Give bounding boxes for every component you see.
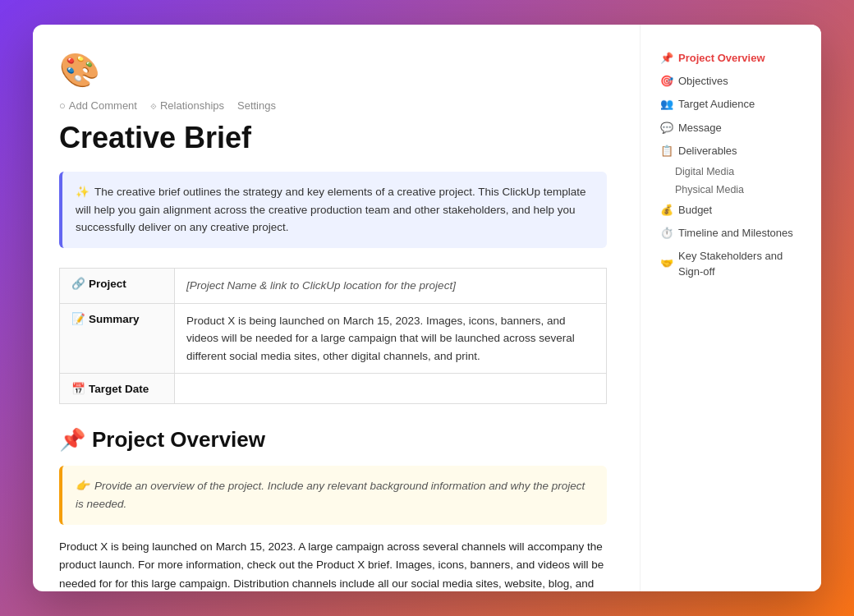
sidebar-item-project-overview[interactable]: 📌Project Overview <box>655 48 806 69</box>
nav-icon-9: 🤝 <box>660 256 673 271</box>
relationships-button[interactable]: ⟐ Relationships <box>150 99 224 112</box>
add-comment-button[interactable]: ○ Add Comment <box>59 99 137 112</box>
overview-body: Product X is being launched on March 15,… <box>59 538 607 591</box>
sidebar-item-key-stakeholders-and-sign-off[interactable]: 🤝Key Stakeholders and Sign-off <box>655 246 806 282</box>
project-info-table: 🔗Project[Project Name & link to ClickUp … <box>59 268 607 404</box>
sidebar-item-deliverables[interactable]: 📋Deliverables <box>655 140 806 162</box>
content-area: 🎨 ○ Add Comment ⟐ Relationships Settings… <box>33 25 640 591</box>
sidebar-item-timeline-and-milestones[interactable]: ⏱️Timeline and Milestones <box>655 223 806 244</box>
nav-item-label: Message <box>678 121 722 136</box>
relationships-label: Relationships <box>160 99 224 112</box>
point-icon: 👉 <box>76 480 90 492</box>
nav-icon-1: 🎯 <box>660 74 673 89</box>
project-overview-heading-text: Project Overview <box>92 427 265 453</box>
intro-callout-text: The creative brief outlines the strategy… <box>76 186 586 233</box>
sidebar-item-target-audience[interactable]: 👥Target Audience <box>655 94 806 115</box>
row-icon: 📅 <box>71 383 85 395</box>
nav-item-label: Budget <box>678 203 712 218</box>
sidebar-item-budget[interactable]: 💰Budget <box>655 200 806 221</box>
nav-icon-0: 📌 <box>660 51 673 66</box>
relationships-icon: ⟐ <box>150 99 157 112</box>
overview-callout: 👉Provide an overview of the project. Inc… <box>59 466 607 524</box>
table-row-value: Product X is being launched on March 15,… <box>175 303 607 374</box>
table-row-value: [Project Name & link to ClickUp location… <box>175 268 607 303</box>
row-icon: 🔗 <box>71 278 85 290</box>
right-sidebar: 📌Project Overview🎯Objectives👥Target Audi… <box>640 25 821 591</box>
sidebar-item-objectives[interactable]: 🎯Objectives <box>655 71 806 92</box>
nav-item-label: Timeline and Milestones <box>678 226 793 241</box>
settings-label: Settings <box>237 99 276 112</box>
pushpin-icon: 📌 <box>59 427 85 453</box>
sidebar-sub-item-5[interactable]: Digital Media <box>655 163 806 180</box>
sparkle-icon: ✨ <box>76 186 90 198</box>
page-title: Creative Brief <box>59 120 607 155</box>
nav-icon-2: 👥 <box>660 97 673 112</box>
sidebar-nav: 📌Project Overview🎯Objectives👥Target Audi… <box>655 48 806 283</box>
nav-item-label: Key Stakeholders and Sign-off <box>678 249 801 278</box>
toolbar: ○ Add Comment ⟐ Relationships Settings <box>59 99 607 112</box>
add-comment-label: Add Comment <box>69 99 137 112</box>
main-card: 🎨 ○ Add Comment ⟐ Relationships Settings… <box>33 25 821 591</box>
row-icon: 📝 <box>71 313 85 325</box>
nav-icon-4: 📋 <box>660 144 673 159</box>
nav-item-label: Deliverables <box>678 144 737 159</box>
nav-item-label: Project Overview <box>678 51 765 66</box>
nav-item-label: Objectives <box>678 74 728 89</box>
table-row-value <box>175 374 607 404</box>
project-overview-heading: 📌 Project Overview <box>59 427 607 453</box>
nav-icon-8: ⏱️ <box>660 226 673 241</box>
sidebar-sub-item-6[interactable]: Physical Media <box>655 182 806 198</box>
nav-item-label: Target Audience <box>678 97 755 112</box>
table-row-label: 📅Target Date <box>60 374 175 404</box>
table-row-label: 📝Summary <box>60 303 175 374</box>
overview-callout-text: Provide an overview of the project. Incl… <box>76 480 585 510</box>
page-icon: 🎨 <box>59 51 607 90</box>
comment-icon: ○ <box>59 99 66 112</box>
table-row-label: 🔗Project <box>60 268 175 303</box>
settings-button[interactable]: Settings <box>237 99 276 112</box>
intro-callout: ✨The creative brief outlines the strateg… <box>59 172 607 248</box>
nav-icon-3: 💬 <box>660 121 673 136</box>
sidebar-item-message[interactable]: 💬Message <box>655 117 806 139</box>
nav-icon-7: 💰 <box>660 203 673 218</box>
